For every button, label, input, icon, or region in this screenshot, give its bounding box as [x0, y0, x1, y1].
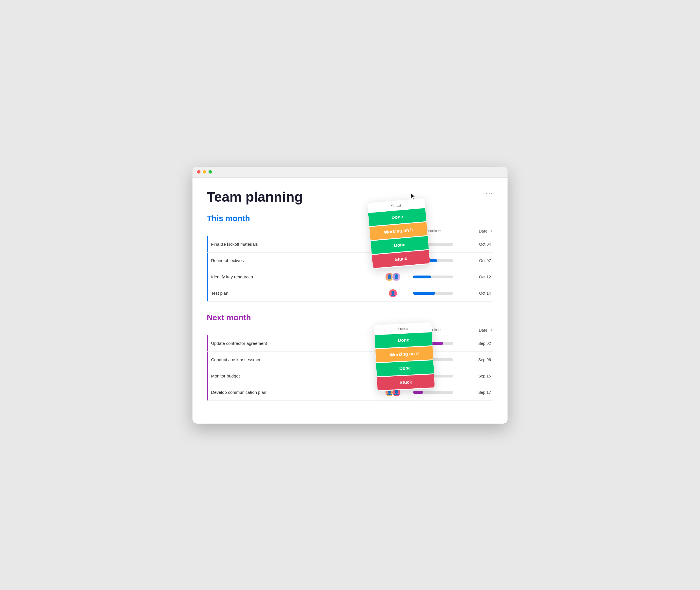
table-row: Refine objectives Oct 07 — [207, 253, 493, 269]
browser-window: Team planning ··· This month Owner Timel… — [192, 167, 508, 423]
date-cell: Sep 06 — [459, 358, 493, 362]
progress-fill — [413, 276, 431, 278]
task-name: Finalize kickoff materials — [211, 242, 379, 247]
progress-bar — [413, 276, 453, 278]
date-cell: Sep 17 — [459, 390, 493, 395]
page-title: Team planning — [207, 189, 493, 205]
date-col-header: Date + — [459, 327, 493, 333]
mouse-cursor — [410, 192, 416, 199]
content-area: Team planning ··· This month Owner Timel… — [192, 178, 508, 423]
task-name: Monitor budget — [211, 374, 379, 378]
table-row: Update contractor agreement Sep 02 — [207, 335, 493, 352]
date-col-header: Date + — [459, 228, 493, 234]
date-cell: Oct 12 — [459, 275, 493, 279]
table-row: Develop communication plan Sep 17 — [207, 384, 493, 401]
table-row: Test plan Oct 14 — [207, 285, 493, 302]
task-name: Conduct a risk assessment — [211, 357, 379, 362]
maximize-dot[interactable] — [208, 170, 212, 174]
progress-fill — [413, 391, 423, 394]
progress-bar — [413, 391, 453, 394]
task-name: Update contractor agreement — [211, 341, 379, 346]
owner-cell — [379, 272, 407, 282]
add-column-button[interactable]: + — [490, 228, 493, 234]
status-dropdown-1: Status Done Working on it Done Stuck — [367, 198, 430, 269]
add-column-button-2[interactable]: + — [490, 327, 493, 333]
date-cell: Sep 15 — [459, 374, 493, 378]
table-row: Finalize kickoff materials Oct 04 — [207, 236, 493, 253]
next-month-title: Next month — [207, 313, 493, 322]
task-name: Develop communication plan — [211, 390, 379, 395]
task-name: Refine objectives — [211, 258, 379, 263]
status-done-button-4[interactable]: Done — [376, 360, 434, 376]
next-month-section: Next month Owner Timeline Date + Update … — [207, 313, 493, 401]
timeline-cell — [407, 292, 459, 295]
task-col-header — [207, 228, 379, 234]
progress-fill — [413, 292, 435, 295]
progress-bar — [413, 292, 453, 295]
minimize-dot[interactable] — [203, 170, 206, 174]
table-row: Conduct a risk assessment Sep 06 — [207, 352, 493, 368]
this-month-section: This month Owner Timeline Date + Finaliz… — [207, 214, 493, 302]
date-cell: Oct 07 — [459, 258, 493, 263]
date-cell: Oct 04 — [459, 242, 493, 247]
close-dot[interactable] — [197, 170, 200, 174]
status-dropdown-2: Status Done Working on it Done Stuck — [374, 322, 435, 391]
next-month-table-header: Owner Timeline Date + — [207, 326, 493, 335]
browser-bar — [192, 167, 508, 178]
more-menu-button[interactable]: ··· — [486, 189, 493, 197]
this-month-table-header: Owner Timeline Date + — [207, 226, 493, 236]
date-cell: Sep 02 — [459, 341, 493, 346]
status-working-button-2[interactable]: Working on it — [375, 346, 433, 362]
table-row: Monitor budget Sep 15 — [207, 368, 493, 384]
avatar — [392, 272, 401, 282]
avatar — [388, 289, 398, 298]
task-col-header — [207, 327, 379, 333]
task-name: Test plan — [211, 291, 379, 296]
avatar-group — [385, 272, 401, 282]
date-cell: Oct 14 — [459, 291, 493, 296]
task-name: Identify key resources — [211, 274, 379, 279]
status-stuck-button-2[interactable]: Stuck — [377, 374, 435, 390]
this-month-title: This month — [207, 214, 493, 223]
timeline-cell — [407, 276, 459, 278]
status-done-button-3[interactable]: Done — [375, 332, 432, 348]
table-row: Identify key resources Oct 12 — [207, 269, 493, 285]
timeline-cell — [407, 391, 459, 394]
owner-cell — [379, 289, 407, 298]
